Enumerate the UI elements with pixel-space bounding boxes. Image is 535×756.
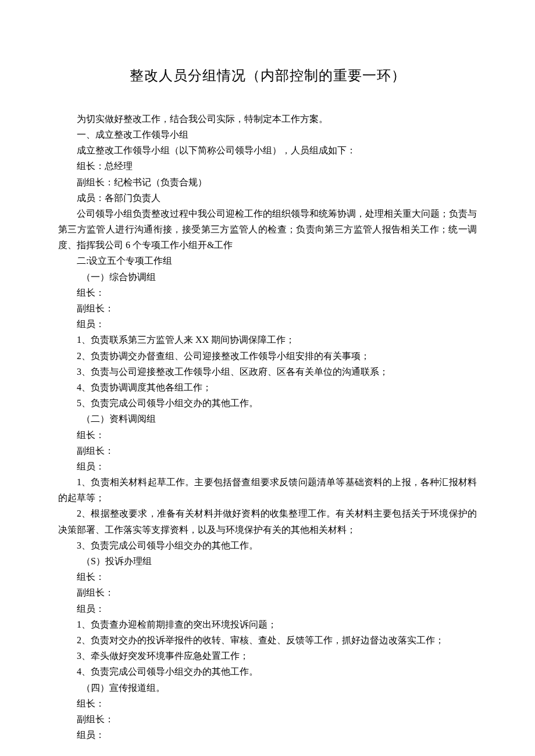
group4-name: （四）宣传报道组。 [58, 680, 477, 696]
intro-paragraph: 为切实做好整改工作，结合我公司实际，特制定本工作方案。 [58, 111, 477, 127]
section1-vice: 副组长：纪检书记（负责合规） [58, 174, 477, 190]
group1-name: （一）综合协调组 [58, 269, 477, 285]
section1-desc: 公司领导小组负责整改过程中我公司迎检工作的组织领导和统筹协调，处理相关重大问题；… [58, 206, 477, 253]
group2-member: 组员： [58, 458, 477, 474]
group1-leader: 组长： [58, 285, 477, 300]
group3-name: （S）投诉办理组 [58, 553, 477, 569]
group4-member: 组员： [58, 727, 477, 743]
group3-item4: 4、负责完成公司领导小组交办的其他工作。 [58, 664, 477, 679]
section2-heading: 二:设立五个专项工作组 [58, 253, 477, 268]
section1-line: 成立整改工作领导小组（以下简称公司领导小组），人员组成如下： [58, 142, 477, 158]
group4-vice: 副组长： [58, 711, 477, 727]
group1-member: 组员： [58, 316, 477, 332]
group2-item3: 3、负责完成公司领导小组交办的其他工作。 [58, 538, 477, 553]
group1-item2: 2、负责协调交办督查组、公司迎接整改工作领导小组安排的有关事项； [58, 348, 477, 364]
document-title: 整改人员分组情况（内部控制的重要一环） [58, 64, 477, 88]
group1-item3: 3、负责与公司迎接整改工作领导小组、区政府、区各有关单位的沟通联系； [58, 364, 477, 379]
group1-item4: 4、负责协调调度其他各组工作； [58, 379, 477, 395]
group1-item5: 5、负责完成公司领导小组交办的其他工作。 [58, 395, 477, 411]
group3-item2: 2、负责对交办的投诉举报件的收转、审核、查处、反馈等工作，抓好边督边改落实工作； [58, 632, 477, 648]
section1-leader: 组长：总经理 [58, 158, 477, 174]
group1-item1: 1、负责联系第三方监管人来 XX 期间协调保障工作； [58, 332, 477, 347]
group2-leader: 组长： [58, 427, 477, 443]
group1-vice: 副组长： [58, 300, 477, 316]
group3-vice: 副组长： [58, 585, 477, 600]
group3-item1: 1、负责查办迎检前期排查的突出环境投诉问题； [58, 617, 477, 632]
group3-member: 组员： [58, 601, 477, 617]
section1-heading: 一、成立整改工作领导小组 [58, 127, 477, 142]
section1-member: 成员：各部门负责人 [58, 190, 477, 206]
group3-leader: 组长： [58, 569, 477, 585]
group2-item2: 2、根据整改要求，准备有关材料并做好资料的收集整理工作。有关材料主要包括关于环境… [58, 506, 477, 537]
group3-item3: 3、牵头做好突发环境事件应急处置工作； [58, 648, 477, 664]
group4-leader: 组长： [58, 696, 477, 711]
group2-name: （二）资料调阅组 [58, 411, 477, 427]
group2-vice: 副组长： [58, 443, 477, 458]
group2-item1: 1、负责相关材料起草工作。主要包括督查组要求反馈问题清单等基础资料的上报，各种汇… [58, 474, 477, 506]
